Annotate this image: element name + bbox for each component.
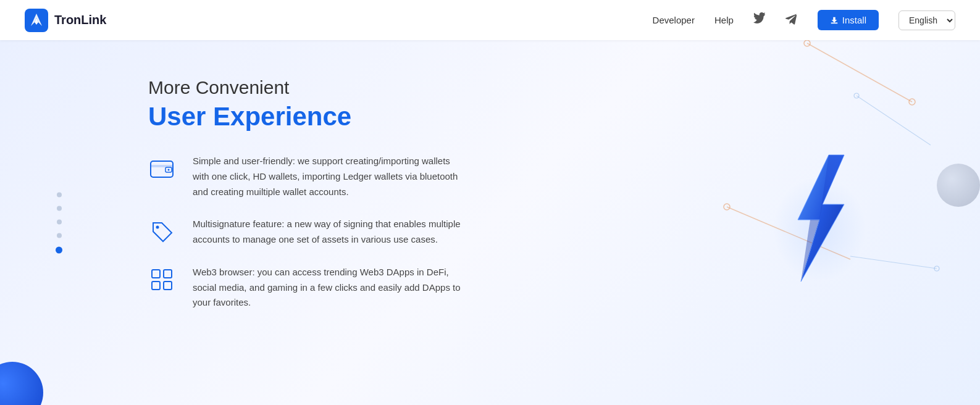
- feature-text-2: Multisignature feature: a new way of sig…: [193, 217, 464, 248]
- svg-line-3: [807, 43, 912, 102]
- feature-item-1: Simple and user-friendly: we support cre…: [148, 154, 531, 199]
- twitter-icon[interactable]: [753, 12, 766, 28]
- install-label: Install: [842, 15, 866, 25]
- apps-icon: [148, 266, 175, 293]
- svg-rect-12: [151, 161, 173, 177]
- main-content: More Convenient User Experience Simple a…: [0, 40, 980, 405]
- content-area: More Convenient User Experience Simple a…: [148, 77, 531, 311]
- feature-item-3: Web3 browser: you can access trending We…: [148, 265, 531, 311]
- svg-point-16: [156, 226, 159, 229]
- developer-link[interactable]: Developer: [653, 15, 695, 25]
- lightning-decoration: [770, 149, 869, 285]
- svg-rect-19: [152, 282, 160, 290]
- svg-rect-18: [164, 270, 172, 278]
- telegram-icon[interactable]: [785, 12, 798, 28]
- feature-text-3: Web3 browser: you can access trending We…: [193, 265, 464, 311]
- sphere-left: [0, 362, 43, 405]
- nav-dot-3[interactable]: [57, 219, 62, 224]
- nav-links: Developer Help Install English中文日本語한국어: [653, 10, 955, 30]
- tronlink-logo-icon: [25, 9, 48, 32]
- section-subtitle: More Convenient: [148, 77, 531, 98]
- wallet-icon: [148, 155, 175, 182]
- svg-rect-17: [152, 270, 160, 278]
- feature-text-1: Simple and user-friendly: we support cre…: [193, 154, 464, 199]
- nav-dot-1[interactable]: [57, 192, 62, 197]
- install-button[interactable]: Install: [818, 10, 879, 30]
- nav-dot-2[interactable]: [57, 206, 62, 211]
- language-selector[interactable]: English中文日本語한국어: [898, 10, 955, 30]
- tag-icon: [148, 218, 175, 245]
- svg-line-10: [856, 96, 931, 145]
- nav-dot-5[interactable]: [56, 246, 62, 253]
- download-icon: [830, 16, 839, 25]
- section-title: User Experience: [148, 102, 531, 132]
- navbar: TronLink Developer Help Install English中…: [0, 0, 980, 40]
- feature-item-2: Multisignature feature: a new way of sig…: [148, 217, 531, 248]
- logo-area[interactable]: TronLink: [25, 9, 106, 32]
- svg-rect-20: [164, 282, 172, 290]
- help-link[interactable]: Help: [714, 15, 734, 25]
- nav-dot-4[interactable]: [57, 233, 62, 238]
- logo-text: TronLink: [54, 13, 106, 27]
- sphere-right: [937, 164, 980, 207]
- side-dots: [56, 192, 62, 253]
- feature-list: Simple and user-friendly: we support cre…: [148, 154, 531, 311]
- svg-point-15: [168, 169, 170, 171]
